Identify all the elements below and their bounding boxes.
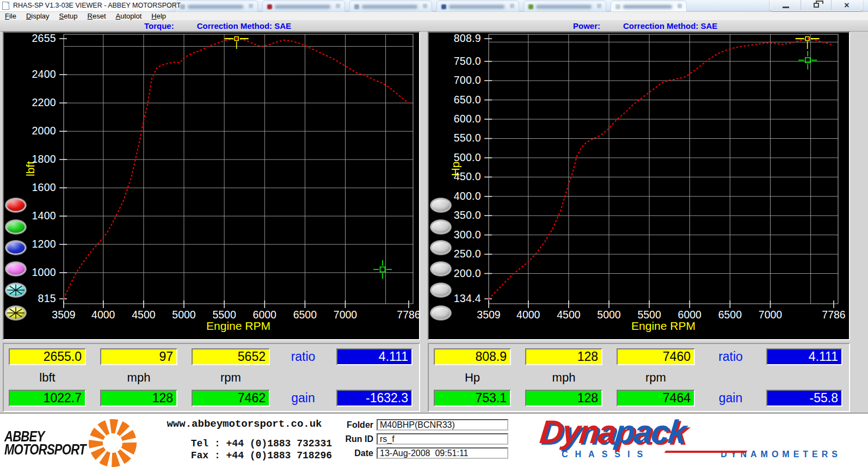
- power-header: Power: Correction Method: SAE: [573, 21, 717, 31]
- power-cursor-value: 753.1: [434, 390, 511, 407]
- background-browser-tab: [524, 1, 606, 11]
- y-tick-label: 750.0: [429, 55, 481, 67]
- run-color-button[interactable]: [5, 240, 27, 255]
- spoke-pattern-icon: [5, 306, 27, 321]
- abbey-logo-line2: MOTORSPORT: [4, 443, 86, 456]
- power-title: Power:: [573, 21, 600, 31]
- background-browser-tab: [349, 1, 432, 11]
- run-color-button[interactable]: [430, 219, 452, 235]
- ratio-label: ratio: [695, 349, 766, 364]
- menu-help[interactable]: Help: [146, 12, 171, 21]
- abbey-motorsport-logo: ABBEY MOTORSPORT: [4, 419, 140, 467]
- power-peak-value: 808.9: [434, 348, 511, 365]
- website-link[interactable]: www.abbeymotorsport.co.uk: [157, 418, 332, 430]
- torque-header: Torque: Correction Method: SAE: [144, 21, 291, 31]
- menu-reset[interactable]: Reset: [83, 12, 111, 21]
- ratio-value: 4.111: [766, 348, 842, 365]
- run-color-button[interactable]: [5, 282, 27, 298]
- y-tick-label: 2400: [4, 68, 56, 81]
- run-info-fields: Folder Run ID Date: [338, 419, 508, 462]
- run-color-button[interactable]: [5, 305, 27, 321]
- run-color-button[interactable]: [430, 282, 452, 298]
- tab-favicon: [180, 4, 185, 9]
- x-tick-label: 7786: [384, 309, 434, 321]
- power-correction-method: Correction Method: SAE: [623, 21, 717, 31]
- power-data-panel: 808.9 128 7460 ratio 4.111 Hp mph rpm 75…: [428, 343, 850, 412]
- y-tick-label: 1600: [4, 181, 56, 194]
- torque-peak-rpm: 5652: [192, 348, 270, 365]
- run-color-button[interactable]: [430, 198, 452, 213]
- tab-favicon: [528, 4, 533, 9]
- torque-unit-label: lbft: [9, 371, 86, 385]
- mph-unit-label: mph: [100, 371, 177, 385]
- power-peak-mph: 128: [525, 348, 602, 365]
- gain-label: gain: [695, 391, 766, 405]
- run-color-button[interactable]: [430, 240, 452, 255]
- chart-header-strip: Torque: Correction Method: SAE Power: Co…: [0, 21, 868, 32]
- folder-field[interactable]: [377, 419, 508, 431]
- run-color-button[interactable]: [430, 305, 452, 321]
- folder-label: Folder: [338, 420, 377, 430]
- torque-chart[interactable]: lbft Engine RPM 265524002200200018001600…: [3, 32, 420, 340]
- tab-favicon: [267, 4, 272, 9]
- dynapack-logo: Dynapack CHASSIS DYNAMOMETERS: [540, 416, 845, 459]
- dynapack-logo-part1: Dyna: [538, 414, 618, 450]
- menu-bar: File Display Setup Reset Autoplot Help: [0, 12, 868, 21]
- y-tick-label: 2200: [4, 96, 56, 109]
- restore-icon: [814, 3, 819, 8]
- tab-favicon: [615, 4, 620, 9]
- torque-x-axis-label: Engine RPM: [64, 319, 413, 333]
- torque-cursor-value: 1022.7: [9, 390, 86, 407]
- x-tick-label: 7000: [745, 309, 795, 321]
- menu-file[interactable]: File: [0, 12, 21, 21]
- spoke-pattern-icon: [5, 283, 27, 298]
- background-browser-tab: [611, 1, 687, 11]
- power-peak-rpm: 7460: [617, 348, 695, 365]
- power-plot: [429, 33, 849, 339]
- gain-value: -55.8: [766, 390, 842, 407]
- date-field[interactable]: [377, 447, 508, 459]
- dynapack-swoosh: [664, 451, 748, 453]
- menu-display[interactable]: Display: [21, 12, 54, 21]
- window-title: RHAS-SP V1.3-03E VIEWER - ABBEY MOTORSPO…: [13, 2, 181, 9]
- restore-button[interactable]: [801, 0, 832, 10]
- background-browser-tab: [175, 1, 258, 11]
- y-tick-label: 500.0: [429, 151, 481, 164]
- ratio-label: ratio: [270, 349, 336, 364]
- power-cursor-rpm: 7464: [617, 390, 695, 407]
- power-unit-label: Hp: [434, 371, 511, 385]
- power-cursor-mph: 128: [525, 390, 602, 407]
- menu-autoplot[interactable]: Autoplot: [111, 12, 147, 21]
- x-tick-label: 7000: [320, 309, 370, 321]
- ratio-value: 4.111: [336, 348, 413, 365]
- run-color-button[interactable]: [5, 261, 27, 276]
- telephone-number: Tel : +44 (0)1883 732331: [157, 438, 332, 449]
- run-color-button[interactable]: [430, 261, 452, 276]
- gain-value: -1632.3: [336, 390, 413, 407]
- torque-data-panel: 2655.0 97 5652 ratio 4.111 lbft mph rpm …: [3, 343, 420, 412]
- torque-cursor-rpm: 7462: [192, 390, 270, 407]
- run-id-field[interactable]: [377, 433, 508, 445]
- tab-favicon: [354, 4, 359, 9]
- y-tick-label: 600.0: [429, 113, 481, 125]
- power-chart[interactable]: Hp Engine RPM 808.9750.0700.0650.0600.05…: [428, 32, 850, 340]
- mph-unit-label: mph: [525, 371, 602, 385]
- run-color-button[interactable]: [5, 198, 27, 213]
- close-icon: ×: [844, 1, 849, 10]
- footer: ABBEY MOTORSPORT www.abbeymotorsport.co.…: [0, 413, 868, 467]
- date-label: Date: [338, 448, 377, 458]
- torque-correction-method: Correction Method: SAE: [197, 21, 291, 31]
- contact-block: www.abbeymotorsport.co.uk Tel : +44 (0)1…: [157, 418, 332, 461]
- background-browser-tab: [262, 1, 345, 11]
- torque-plot: [4, 33, 419, 339]
- run-color-button[interactable]: [5, 219, 27, 235]
- close-button[interactable]: ×: [832, 0, 862, 10]
- rpm-unit-label: rpm: [192, 371, 270, 385]
- rhas-sp-viewer-window: RHAS-SP V1.3-03E VIEWER - ABBEY MOTORSPO…: [0, 0, 868, 467]
- abbey-sun-icon: [85, 417, 140, 467]
- rpm-unit-label: rpm: [617, 371, 695, 385]
- minimize-button[interactable]: [771, 0, 801, 10]
- title-bar[interactable]: RHAS-SP V1.3-03E VIEWER - ABBEY MOTORSPO…: [0, 0, 868, 11]
- menu-setup[interactable]: Setup: [54, 12, 83, 21]
- torque-title: Torque:: [144, 21, 174, 31]
